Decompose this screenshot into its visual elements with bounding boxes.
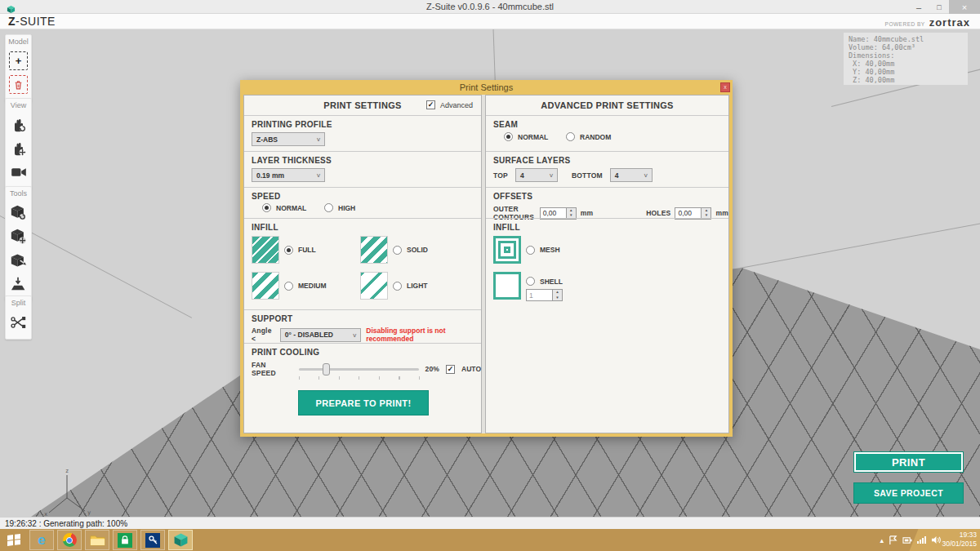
taskbar-explorer-button[interactable] <box>85 530 109 550</box>
save-project-button[interactable]: SAVE PROJECT <box>853 482 964 504</box>
seam-normal-radio[interactable] <box>504 132 513 141</box>
seam-normal-label: NORMAL <box>518 133 548 141</box>
action-center-flag-icon[interactable] <box>889 535 898 545</box>
start-button[interactable] <box>0 529 28 551</box>
infill-full-radio[interactable] <box>284 246 293 255</box>
speed-high-option[interactable]: HIGH <box>324 203 355 212</box>
axis-y-label: y <box>87 509 91 516</box>
close-button[interactable]: × <box>949 0 980 14</box>
taskbar-ie-button[interactable]: e <box>29 530 54 550</box>
support-angle-select[interactable]: 0° - DISABLED v <box>280 328 361 342</box>
taskbar-zsuite-button[interactable] <box>168 530 193 550</box>
maximize-button[interactable]: □ <box>929 0 949 14</box>
surface-bottom-value: 4 <box>615 171 619 180</box>
infill-solid-option[interactable]: SOLID <box>360 236 428 264</box>
taskbar-keepass-button[interactable] <box>140 530 165 550</box>
infill-mesh-radio[interactable] <box>526 246 535 255</box>
clock-date: 30/01/2015 <box>942 540 977 549</box>
buildbox-wire <box>493 29 496 85</box>
split-model-button[interactable] <box>9 313 28 331</box>
tray-expand-icon[interactable]: ▴ <box>880 536 884 544</box>
surface-top-value: 4 <box>520 171 524 180</box>
infill-solid-swatch[interactable] <box>360 236 388 264</box>
taskbar-store-button[interactable] <box>113 530 137 550</box>
printing-profile-select[interactable]: Z-ABS v <box>252 132 325 146</box>
power-icon[interactable] <box>902 535 912 544</box>
holes-unit: mm <box>715 209 728 217</box>
zsuite-cube-icon <box>173 532 189 548</box>
infill-shell-swatch[interactable] <box>493 272 521 300</box>
status-bar: 19:26:32 : Generating path: 100% <box>0 517 980 529</box>
camera-view-button[interactable] <box>9 162 28 181</box>
internet-explorer-icon: e <box>38 532 45 549</box>
speaker-icon[interactable] <box>931 535 941 544</box>
fan-speed-row: FAN SPEED 20% ✓ AUTO <box>252 361 481 377</box>
print-button[interactable]: PRINT <box>853 451 964 473</box>
infill-light-radio[interactable] <box>393 282 402 291</box>
dialog-titlebar[interactable]: Print Settings x <box>240 80 733 95</box>
fan-speed-slider-thumb[interactable] <box>323 363 330 375</box>
surface-bottom-select[interactable]: 4 v <box>610 168 653 182</box>
auto-checkbox[interactable]: ✓ <box>446 365 455 374</box>
move-model-button[interactable] <box>9 227 28 246</box>
buildbox-wire <box>740 222 980 269</box>
surface-top-select[interactable]: 4 v <box>515 168 558 182</box>
infill-full-option[interactable]: FULL <box>252 236 316 264</box>
infill-mesh-option[interactable]: MESH <box>493 236 560 264</box>
logo-z: Z <box>8 15 16 28</box>
delete-model-button[interactable] <box>9 75 28 94</box>
print-cooling-label: PRINT COOLING <box>252 348 319 357</box>
rotate-view-button[interactable] <box>9 115 28 134</box>
infill-full-swatch[interactable] <box>252 236 279 264</box>
advanced-toggle[interactable]: ✓ Advanced <box>426 100 473 109</box>
axis-x-label: x <box>44 511 47 517</box>
put-on-platform-button[interactable] <box>9 274 28 293</box>
speed-high-radio[interactable] <box>324 203 333 212</box>
viewport-3d[interactable]: z x y Name: 40mmcube.stl Volume: 64,00cm… <box>0 29 980 517</box>
chevron-down-icon: v <box>317 136 320 143</box>
cube-scale-icon <box>11 252 27 269</box>
infill-medium-radio[interactable] <box>284 282 293 291</box>
infill-light-option[interactable]: LIGHT <box>360 272 428 300</box>
network-signal-icon[interactable] <box>917 536 926 544</box>
taskbar-clock[interactable]: 19:33 30/01/2015 <box>942 531 977 549</box>
infill-solid-radio[interactable] <box>393 246 402 255</box>
rotate-model-button[interactable] <box>9 203 28 222</box>
infill-light-swatch[interactable] <box>360 272 388 300</box>
windows-logo-icon <box>7 534 20 545</box>
advanced-checkbox[interactable]: ✓ <box>426 100 435 109</box>
infill-shell-radio[interactable] <box>526 277 535 286</box>
support-angle-value: 0° - DISABLED <box>285 331 333 339</box>
infill-shell-option[interactable]: SHELL 1 ▲▼ <box>493 272 563 301</box>
infill-medium-option[interactable]: MEDIUM <box>252 272 326 300</box>
spin-down-icon[interactable]: ▼ <box>553 295 562 301</box>
infill-mesh-swatch[interactable] <box>493 236 521 264</box>
fan-speed-slider[interactable] <box>299 368 419 371</box>
shell-spin-buttons[interactable]: ▲▼ <box>553 289 563 301</box>
seam-random-option[interactable]: RANDOM <box>566 132 611 141</box>
chevron-down-icon: v <box>550 171 553 179</box>
seam-label: SEAM <box>493 120 518 129</box>
add-model-button[interactable]: + <box>9 51 28 70</box>
prepare-to-print-button[interactable]: PREPARE TO PRINT! <box>298 390 429 415</box>
layer-thickness-select[interactable]: 0.19 mm v <box>252 168 325 182</box>
shell-count-spinner[interactable]: 1 ▲▼ <box>526 289 563 301</box>
speed-normal-radio[interactable] <box>262 203 271 212</box>
model-dim-z: Z: 40,00mm <box>849 76 894 84</box>
infill-full-label: FULL <box>298 246 316 254</box>
brand-bar: Z-SUITE POWERED BY zortrax <box>0 14 980 29</box>
seam-random-radio[interactable] <box>566 132 575 141</box>
taskbar-chrome-button[interactable] <box>57 530 82 550</box>
model-info-box: Name: 40mmcube.stl Volume: 64,00cm³ Dime… <box>844 33 968 85</box>
minimize-button[interactable]: – <box>908 0 929 14</box>
split-scissors-icon <box>11 315 27 330</box>
scale-model-button[interactable] <box>9 251 28 269</box>
shell-count-value[interactable]: 1 <box>526 289 553 301</box>
holes-label: HOLES <box>646 209 670 217</box>
seam-normal-option[interactable]: NORMAL <box>504 132 548 141</box>
model-tool-group: Model + <box>5 34 32 102</box>
speed-normal-option[interactable]: NORMAL <box>262 203 306 212</box>
pan-view-button[interactable] <box>9 139 28 158</box>
infill-medium-swatch[interactable] <box>252 272 279 300</box>
dialog-close-button[interactable]: x <box>720 82 730 92</box>
